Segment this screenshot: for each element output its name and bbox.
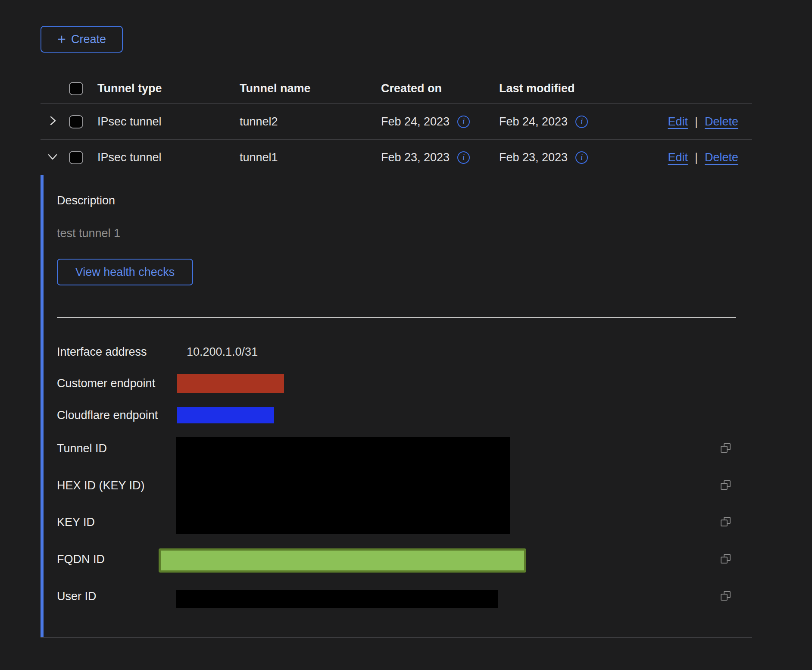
description-value: test tunnel 1	[57, 226, 120, 241]
created-on-cell: Feb 24, 2023	[381, 115, 450, 128]
delete-link[interactable]: Delete	[705, 115, 738, 128]
table-header-row: Tunnel type Tunnel name Created on Last …	[41, 73, 752, 104]
table-row: IPsec tunnel tunnel2 Feb 24, 2023 i Feb …	[41, 104, 752, 140]
user-id-label: User ID	[57, 589, 97, 604]
tunnel-detail-panel: Description test tunnel 1 View health ch…	[41, 175, 752, 638]
actions-separator: |	[695, 115, 698, 128]
collapse-row-button[interactable]	[41, 151, 65, 164]
actions-separator: |	[695, 151, 698, 164]
create-button-label: Create	[71, 33, 106, 46]
header-tunnel-type: Tunnel type	[97, 82, 240, 95]
row-checkbox[interactable]	[69, 151, 83, 164]
copy-icon[interactable]	[719, 589, 733, 603]
edit-link[interactable]: Edit	[668, 115, 688, 128]
header-created-on: Created on	[381, 82, 499, 95]
select-all-checkbox[interactable]	[69, 82, 83, 95]
fqdn-id-redacted-value	[159, 548, 526, 573]
header-last-modified: Last modified	[499, 82, 617, 95]
key-id-label: KEY ID	[57, 515, 95, 529]
tunnel-id-label: Tunnel ID	[57, 441, 107, 456]
chevron-down-icon	[47, 151, 58, 164]
ids-redacted-block	[176, 437, 510, 534]
last-modified-cell: Feb 24, 2023	[499, 115, 568, 128]
tunnels-table: Tunnel type Tunnel name Created on Last …	[41, 73, 752, 175]
tunnel-name-cell: tunnel2	[240, 115, 381, 128]
copy-icon[interactable]	[719, 479, 733, 492]
cloudflare-endpoint-redacted-value	[177, 407, 274, 423]
table-row: IPsec tunnel tunnel1 Feb 23, 2023 i Feb …	[41, 140, 752, 175]
plus-icon: +	[57, 31, 66, 46]
panel-bottom-divider	[41, 637, 752, 638]
copy-icon[interactable]	[719, 515, 733, 529]
header-tunnel-name: Tunnel name	[240, 82, 381, 95]
chevron-right-icon	[47, 115, 58, 128]
panel-accent-bar	[41, 175, 44, 637]
fqdn-id-label: FQDN ID	[57, 552, 105, 567]
row-checkbox[interactable]	[69, 115, 83, 128]
user-id-redacted-value	[176, 590, 498, 608]
section-divider	[57, 317, 736, 318]
view-health-checks-button[interactable]: View health checks	[57, 259, 193, 285]
copy-icon[interactable]	[719, 552, 733, 566]
customer-endpoint-label: Customer endpoint	[57, 376, 155, 391]
created-on-cell: Feb 23, 2023	[381, 151, 450, 164]
info-icon[interactable]: i	[575, 116, 588, 128]
info-icon[interactable]: i	[457, 151, 470, 164]
tunnel-name-cell: tunnel1	[240, 151, 381, 164]
tunnels-page: + Create Tunnel type Tunnel name Created…	[0, 0, 812, 670]
interface-address-label: Interface address	[57, 344, 147, 359]
expand-row-button[interactable]	[41, 115, 65, 128]
info-icon[interactable]: i	[457, 116, 470, 128]
delete-link[interactable]: Delete	[705, 151, 738, 164]
info-icon[interactable]: i	[575, 151, 588, 164]
tunnel-type-cell: IPsec tunnel	[97, 151, 240, 164]
description-label: Description	[57, 193, 115, 208]
interface-address-value: 10.200.1.0/31	[187, 344, 258, 359]
copy-icon[interactable]	[719, 441, 733, 455]
hex-id-label: HEX ID (KEY ID)	[57, 478, 145, 493]
edit-link[interactable]: Edit	[668, 151, 688, 164]
customer-endpoint-redacted-value	[177, 374, 284, 393]
tunnel-type-cell: IPsec tunnel	[97, 115, 240, 128]
cloudflare-endpoint-label: Cloudflare endpoint	[57, 408, 158, 423]
last-modified-cell: Feb 23, 2023	[499, 151, 568, 164]
create-button[interactable]: + Create	[41, 26, 123, 53]
